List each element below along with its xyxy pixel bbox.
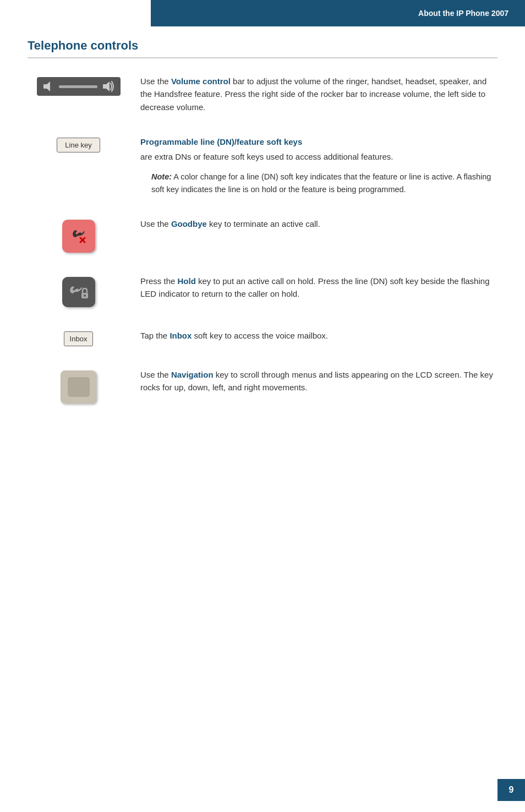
- vol-down-icon: [42, 80, 54, 92]
- nav-key-inner: [68, 377, 90, 397]
- line-key-item: Line key Programmable line (DN)/feature …: [28, 135, 497, 195]
- hold-text: Press the Hold key to put an active call…: [129, 275, 497, 301]
- svg-marker-1: [47, 81, 50, 91]
- goodbye-item: Use the Goodbye key to terminate an acti…: [28, 217, 497, 253]
- goodbye-icon: [28, 217, 129, 253]
- svg-rect-2: [103, 84, 106, 89]
- line-key-name: Programmable line (DN)/feature soft keys: [140, 137, 302, 146]
- hold-key-graphic: [62, 277, 95, 307]
- line-key-icon: Line key: [28, 135, 129, 152]
- goodbye-text: Use the Goodbye key to terminate an acti…: [129, 217, 497, 230]
- volume-bar-graphic: [37, 77, 121, 96]
- line-key-text: Programmable line (DN)/feature soft keys…: [129, 135, 497, 195]
- hold-item: Press the Hold key to put an active call…: [28, 275, 497, 307]
- volume-icon: [28, 75, 129, 96]
- line-key-desc: are extra DNs or feature soft keys used …: [140, 150, 497, 163]
- goodbye-key-name: Goodbye: [171, 219, 207, 228]
- vol-bar-line: [59, 85, 97, 88]
- hold-text-before: Press the: [140, 276, 178, 286]
- goodbye-text-before: Use the: [140, 219, 171, 228]
- page-number: 9: [509, 785, 514, 795]
- navigation-key-name: Navigation: [171, 370, 214, 379]
- inbox-text: Tap the Inbox soft key to access the voi…: [129, 329, 497, 342]
- navigation-icon: [28, 368, 129, 404]
- goodbye-key-graphic: [62, 220, 95, 253]
- inbox-text-after: soft key to access the voice mailbox.: [192, 331, 328, 340]
- line-key-note: Note: A color change for a line (DN) sof…: [151, 171, 497, 195]
- goodbye-text-after: key to terminate an active call.: [207, 219, 320, 228]
- volume-text: Use the Volume control bar to adjust the…: [129, 75, 497, 113]
- line-key-text-after: are extra DNs or feature soft keys used …: [140, 152, 393, 161]
- navigation-text-before: Use the: [140, 370, 171, 379]
- nav-key-graphic: [61, 370, 96, 404]
- navigation-text: Use the Navigation key to scroll through…: [129, 368, 497, 394]
- note-body: A color change for a line (DN) soft key …: [151, 172, 491, 193]
- svg-rect-0: [43, 84, 47, 89]
- line-key-box: Line key: [57, 138, 100, 152]
- inbox-item: Inbox Tap the Inbox soft key to access t…: [28, 329, 497, 346]
- vol-up-icon: [102, 80, 115, 92]
- header-title: About the IP Phone 2007: [418, 9, 508, 18]
- navigation-item: Use the Navigation key to scroll through…: [28, 368, 497, 404]
- inbox-key-box: Inbox: [64, 331, 94, 346]
- inbox-key-name: Inbox: [169, 331, 192, 340]
- volume-control-item: Use the Volume control bar to adjust the…: [28, 75, 497, 113]
- svg-marker-3: [106, 81, 110, 91]
- line-key-heading: Programmable line (DN)/feature soft keys: [140, 135, 497, 148]
- note-label: Note:: [151, 172, 172, 181]
- page-number-area: 9: [497, 779, 525, 801]
- volume-text-before: Use the: [140, 77, 171, 86]
- svg-point-7: [84, 295, 86, 297]
- inbox-icon: Inbox: [28, 329, 129, 346]
- hold-key-name: Hold: [178, 276, 196, 286]
- page-content: Telephone controls: [0, 0, 525, 470]
- volume-key-name: Volume control: [171, 77, 231, 86]
- inbox-text-before: Tap the: [140, 331, 169, 340]
- header-bar: About the IP Phone 2007: [151, 0, 525, 26]
- hold-icon: [28, 275, 129, 307]
- section-heading: Telephone controls: [28, 39, 497, 58]
